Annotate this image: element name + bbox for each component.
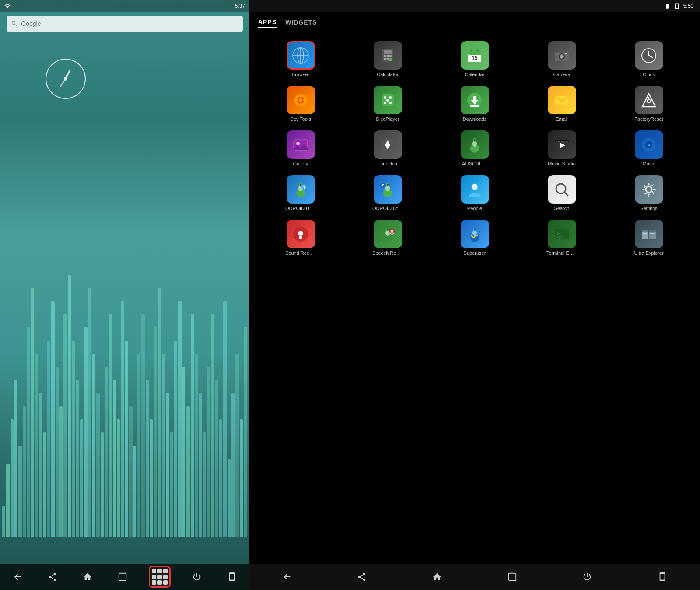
app-icon-gallery bbox=[287, 130, 315, 159]
app-item-devtools[interactable]: Dev Tools bbox=[258, 84, 343, 124]
app-icon-odroidutility bbox=[374, 175, 402, 204]
svg-rect-112 bbox=[650, 235, 655, 235]
tab-widgets[interactable]: WIDGETS bbox=[285, 17, 317, 28]
waveform-bar bbox=[121, 301, 124, 537]
app-icon-factory bbox=[635, 86, 663, 114]
recents-button[interactable] bbox=[114, 568, 131, 586]
app-item-people[interactable]: People bbox=[432, 173, 517, 213]
tab-apps[interactable]: APPS bbox=[258, 17, 276, 28]
app-drawer-container: APPS WIDGETS BrowserCalculator15Calendar… bbox=[249, 12, 700, 564]
app-label-search: Search bbox=[554, 206, 570, 211]
app-item-speechrecorder[interactable]: Speech Recor.. bbox=[345, 218, 430, 258]
svg-text:cmd: cmd bbox=[557, 235, 564, 239]
waveform-bar bbox=[80, 419, 83, 537]
app-item-downloads[interactable]: Downloads bbox=[432, 84, 517, 124]
app-icon-moviestudio bbox=[548, 130, 576, 159]
right-back-button[interactable] bbox=[278, 568, 296, 586]
svg-line-85 bbox=[564, 192, 568, 196]
waveform-bar bbox=[182, 367, 186, 537]
app-label-music: Music bbox=[643, 161, 655, 166]
waveform-bar bbox=[215, 380, 218, 537]
waveform-bar bbox=[146, 380, 149, 537]
right-recents-button[interactable] bbox=[504, 568, 521, 586]
app-icon-soundrecorder bbox=[287, 220, 315, 248]
app-label-odroidupdate: ODROID Updat.. bbox=[285, 206, 316, 211]
right-share-button[interactable] bbox=[353, 568, 371, 586]
svg-rect-38 bbox=[294, 99, 298, 101]
waveform-bar bbox=[170, 432, 173, 537]
svg-point-45 bbox=[389, 102, 392, 104]
left-status-bar: 5:37 bbox=[0, 0, 249, 12]
svg-rect-89 bbox=[299, 236, 302, 239]
app-item-browser[interactable]: Browser bbox=[258, 39, 343, 79]
back-button[interactable] bbox=[9, 568, 26, 586]
app-item-search[interactable]: Search bbox=[519, 173, 604, 213]
app-icon-speechrecorder bbox=[374, 220, 402, 248]
app-item-music[interactable]: Music bbox=[606, 128, 691, 169]
waveform-bar bbox=[223, 301, 226, 537]
waveform-bar bbox=[39, 393, 42, 537]
svg-rect-26 bbox=[559, 50, 565, 53]
app-item-gallery[interactable]: Gallery bbox=[258, 128, 343, 169]
right-screenshot-button[interactable] bbox=[654, 568, 671, 586]
app-icon-calculator bbox=[374, 41, 402, 70]
app-label-browser: Browser bbox=[292, 72, 309, 77]
app-label-launcherup: LAUNCHER UP.. bbox=[459, 161, 490, 166]
svg-rect-15 bbox=[387, 58, 389, 60]
svg-rect-67 bbox=[566, 141, 568, 142]
right-home-button[interactable] bbox=[428, 568, 446, 586]
waveform-bar bbox=[56, 367, 59, 537]
svg-point-80 bbox=[387, 184, 388, 186]
waveform-bar bbox=[27, 327, 30, 537]
app-icon-launcher bbox=[374, 130, 402, 159]
app-item-odroidutility[interactable]: ODROID Utility bbox=[345, 173, 430, 213]
home-button[interactable] bbox=[79, 568, 96, 586]
app-item-diceplayer[interactable]: DicePlayer bbox=[345, 84, 430, 124]
svg-rect-14 bbox=[384, 58, 386, 60]
app-item-superuser[interactable]: Superuser bbox=[432, 218, 517, 258]
app-item-calculator[interactable]: Calculator bbox=[345, 39, 430, 79]
left-time: 5:37 bbox=[235, 3, 245, 9]
app-item-calendar[interactable]: 15Calendar bbox=[432, 39, 517, 79]
waveform-bar bbox=[240, 419, 243, 537]
app-item-ultraexplorer[interactable]: Ultra Explorer bbox=[606, 218, 691, 258]
app-item-launcherup[interactable]: LAUNCHER UP.. bbox=[432, 128, 517, 169]
waveform-bar bbox=[2, 506, 5, 537]
app-icon-calendar: 15 bbox=[461, 41, 489, 70]
svg-rect-66 bbox=[564, 141, 565, 142]
app-item-clock[interactable]: Clock bbox=[606, 39, 691, 79]
app-item-email[interactable]: Email bbox=[519, 84, 604, 124]
app-item-soundrecorder[interactable]: Sound Recorder bbox=[258, 218, 343, 258]
app-item-settings[interactable]: Settings bbox=[606, 173, 691, 213]
right-power-button[interactable] bbox=[578, 568, 596, 586]
app-item-odroidupdate[interactable]: ODROID Updat.. bbox=[258, 173, 343, 213]
app-icon-ultraexplorer bbox=[635, 220, 663, 248]
app-item-moviestudio[interactable]: Movie Studio bbox=[519, 128, 604, 169]
app-label-diceplayer: DicePlayer bbox=[376, 116, 399, 122]
waveform-bar bbox=[133, 446, 136, 537]
svg-rect-39 bbox=[303, 99, 307, 101]
svg-point-43 bbox=[386, 99, 389, 102]
share-button[interactable] bbox=[44, 568, 61, 586]
waveform-bar bbox=[195, 354, 198, 537]
app-item-camera[interactable]: Camera bbox=[519, 39, 604, 79]
power-button[interactable] bbox=[188, 568, 206, 586]
screenshot-button[interactable] bbox=[223, 568, 241, 586]
app-item-launcher[interactable]: Launcher bbox=[345, 128, 430, 169]
waveform-bar bbox=[219, 419, 222, 537]
waveform-bar bbox=[51, 301, 54, 537]
waveform-bar bbox=[31, 288, 34, 537]
wifi-icon bbox=[4, 3, 10, 9]
svg-point-44 bbox=[384, 102, 386, 104]
waveform-bar bbox=[23, 406, 26, 537]
left-status-icons bbox=[4, 3, 10, 9]
app-item-factory[interactable]: FactoryReset bbox=[606, 84, 691, 124]
svg-point-50 bbox=[647, 99, 651, 103]
app-item-terminal[interactable]: >_cmdTerminal Emula.. bbox=[519, 218, 604, 258]
apps-launcher-button[interactable] bbox=[149, 566, 171, 588]
waveform-bar bbox=[43, 432, 46, 537]
waveform-bar bbox=[199, 393, 202, 537]
app-icon-launcherup bbox=[461, 130, 489, 159]
app-label-soundrecorder: Sound Recorder bbox=[285, 250, 316, 256]
app-icon-superuser bbox=[461, 220, 489, 248]
